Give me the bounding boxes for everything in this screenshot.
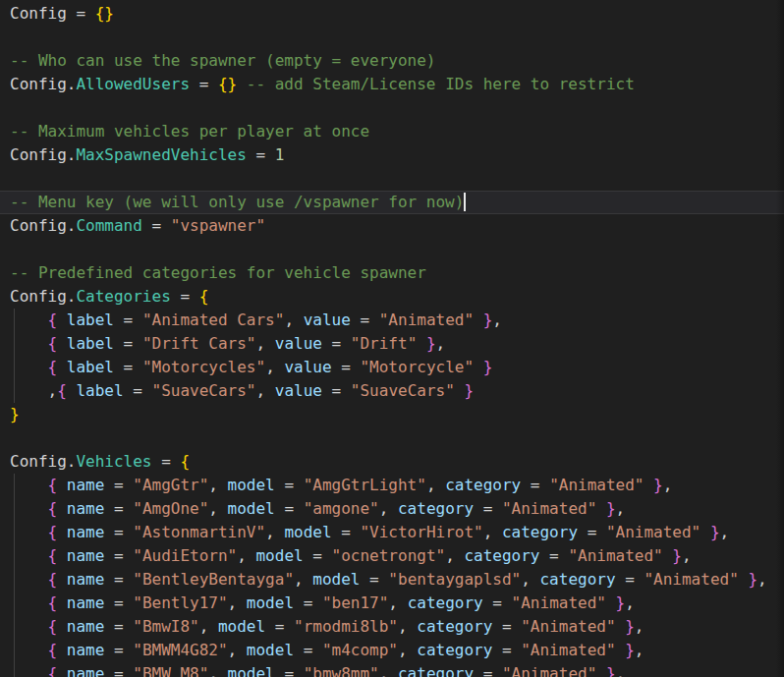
code-token: , (208, 664, 227, 677)
code-token: "Animated" (644, 570, 738, 589)
scrollbar-track[interactable] (776, 0, 784, 677)
code-token: "AmgGtr" (133, 476, 208, 494)
code-editor[interactable]: Config = {}-- Who can use the spawner (e… (0, 0, 784, 677)
code-token (57, 664, 67, 677)
code-token: , (379, 664, 398, 677)
code-token: = (492, 617, 521, 636)
code-line: { name = "Bently17", model = "ben17", ca… (0, 592, 784, 615)
code-token: "Animated" (379, 310, 474, 329)
code-token: = (294, 593, 322, 612)
code-token: , (436, 334, 446, 353)
code-token: = (275, 476, 304, 494)
code-token: = (104, 476, 133, 494)
code-token: , (228, 641, 247, 659)
code-token: category (408, 593, 483, 612)
code-line: { name = "AstonmartinV", model = "Victor… (0, 521, 784, 544)
code-line: -- Who can use the spawner (empty = ever… (0, 49, 784, 73)
code-token: label (67, 334, 114, 353)
code-token: { (48, 664, 58, 677)
code-token: value (275, 334, 322, 353)
code-token: , (294, 570, 312, 589)
code-token (57, 334, 67, 353)
code-token (616, 617, 626, 636)
code-token: "AmgGtrLight" (304, 476, 426, 494)
code-token: label (76, 381, 123, 400)
code-line: { name = "AmgOne", model = "amgone", cat… (0, 497, 784, 521)
code-token: "VictorHirot" (360, 523, 482, 541)
code-token: , (284, 310, 303, 329)
code-token: = (104, 641, 133, 659)
text-cursor (464, 193, 466, 211)
code-token: , (492, 310, 502, 329)
code-token: , (663, 476, 673, 494)
code-token: "SuaveCars" (152, 381, 256, 400)
code-token: "vspawner" (171, 216, 265, 235)
code-token: , (521, 570, 539, 589)
code-token: category (417, 641, 492, 659)
code-token: model (312, 570, 360, 589)
code-token: } (483, 310, 493, 329)
code-token: { (199, 287, 209, 306)
code-token (417, 334, 426, 353)
code-token: 1 (275, 145, 285, 164)
code-line: { name = "AmgGtr", model = "AmgGtrLight"… (0, 474, 784, 497)
code-token: , (625, 593, 635, 612)
code-token: = (483, 593, 512, 612)
code-token: = (322, 334, 351, 353)
code-token: model (228, 476, 275, 494)
code-line: Config = {} (0, 2, 784, 26)
code-token: } (710, 523, 720, 541)
code-token: = (474, 664, 502, 677)
code-token (10, 546, 48, 565)
code-token: , (757, 570, 767, 589)
code-token: = (578, 523, 606, 541)
code-token: "Motorcycle" (360, 358, 474, 376)
code-token: = (104, 593, 133, 612)
code-token: = (104, 546, 133, 565)
code-line: { label = "Animated Cars", value = "Anim… (0, 309, 784, 332)
code-token (57, 476, 67, 494)
code-token: = (360, 570, 388, 589)
code-line: { label = "Drift Cars", value = "Drift" … (0, 332, 784, 356)
code-token: category (445, 476, 521, 494)
code-line (0, 426, 784, 450)
code-token: , (426, 476, 445, 494)
code-token (10, 334, 48, 353)
code-line (0, 238, 784, 261)
code-token: } (426, 334, 436, 353)
code-token: , (237, 546, 255, 565)
code-token: value (275, 381, 322, 400)
code-token: , (616, 499, 626, 518)
code-token: { (48, 617, 58, 636)
code-token: value (304, 310, 351, 329)
code-token: "Animated" (521, 617, 615, 636)
code-token (596, 664, 606, 677)
code-token: , (379, 499, 398, 518)
code-token: "rmodmi8lb" (294, 617, 398, 636)
code-token: name (67, 546, 105, 565)
code-token: = (275, 664, 304, 677)
code-token: , (616, 664, 626, 677)
code-token (700, 523, 710, 541)
code-token: , (265, 358, 284, 376)
code-token: { (57, 381, 67, 400)
code-token: "ocnetrongt" (332, 546, 446, 565)
code-area[interactable]: Config = {}-- Who can use the spawner (e… (0, 0, 784, 677)
code-token: } (653, 476, 663, 494)
code-line-current: -- Menu key (we will only use /vspawner … (0, 191, 784, 214)
code-token: category (398, 664, 474, 677)
code-token: , (228, 593, 247, 612)
code-token: = (304, 546, 332, 565)
code-token: name (67, 570, 105, 589)
code-token: Config. (10, 75, 76, 93)
code-token: model (228, 499, 275, 518)
code-token (644, 476, 653, 494)
code-token: "Animated Cars" (142, 310, 285, 329)
code-token: model (255, 546, 303, 565)
code-token: { (48, 476, 58, 494)
code-token: = (247, 145, 275, 164)
code-token: = (474, 499, 502, 518)
code-token: , (720, 523, 730, 541)
code-token: "Motorcycles" (142, 358, 265, 376)
code-token: name (67, 476, 105, 494)
